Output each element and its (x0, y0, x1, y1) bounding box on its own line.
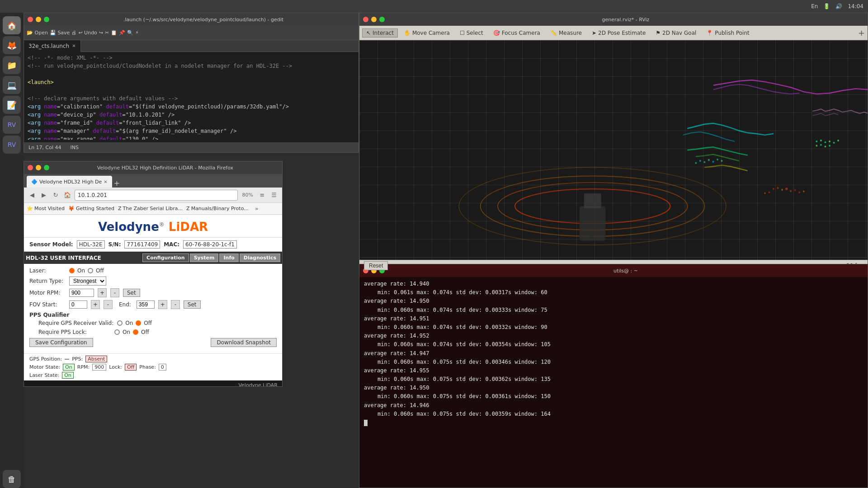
select-label: Select (467, 30, 483, 36)
browser-close-btn[interactable] (28, 165, 33, 170)
terminal-line: min: 0.060s max: 0.075s std dev: 0.00362… (364, 375, 863, 384)
hdl-tab-diagnostics[interactable]: Diagnostics (240, 253, 280, 262)
terminal-content[interactable]: average rate: 14.940min: 0.061s max: 0.0… (359, 277, 868, 488)
cut-btn[interactable]: ✂ (105, 30, 109, 36)
dock-rviz-2[interactable]: RV (3, 136, 21, 154)
rviz-tool-measure[interactable]: 📏 Measure (546, 28, 586, 38)
bookmark-manuals[interactable]: Z Manuals/Binary Proto... (186, 206, 249, 211)
dock: 🏠 🦊 📁 💻 📝 RV RV 🗑 (0, 13, 24, 488)
copy-btn[interactable]: 📋 (111, 30, 117, 36)
find-btn[interactable]: 🔍 (127, 30, 133, 36)
fov-end-input[interactable] (137, 300, 155, 309)
bookmark-zaber[interactable]: Z The Zaber Serial Libra... (118, 206, 183, 211)
browser-max-btn[interactable] (44, 165, 49, 170)
bookmarks-more[interactable]: » (252, 204, 261, 213)
editor-titlebar: .launch (~/.ws/src/velodyne/velodyne_poi… (24, 13, 359, 26)
lidar-text: LiDAR (169, 220, 208, 234)
new-tab-btn[interactable]: + (114, 179, 120, 188)
fov-start-plus[interactable]: + (91, 300, 100, 309)
rviz-max-btn[interactable] (379, 17, 385, 22)
tab-close-icon[interactable]: ✕ (72, 43, 75, 48)
phase-badge: 0 (159, 364, 166, 371)
editor-code-area[interactable]: <!-- -*- mode: XML -*- --><!-- run velod… (24, 52, 359, 140)
rpm-label-status: RPM: (77, 364, 90, 370)
dock-icon-gedit[interactable]: 📝 (3, 96, 21, 114)
action-btns-row: Save Configuration Download Snapshot (29, 338, 277, 347)
editor-min-btn[interactable] (36, 17, 41, 22)
require-pps-on-radio[interactable] (114, 329, 120, 335)
motor-rpm-plus[interactable]: + (98, 288, 107, 297)
laser-on-radio[interactable] (69, 268, 75, 273)
download-snapshot-btn[interactable]: Download Snapshot (211, 338, 277, 347)
motor-rpm-minus[interactable]: - (110, 288, 119, 297)
return-type-select[interactable]: Strongest Last Dual (69, 277, 106, 286)
rviz-tool-2d-pose[interactable]: ➤ 2D Pose Estimate (588, 28, 650, 38)
require-pps-off-radio[interactable] (133, 329, 138, 335)
editor-tab-active[interactable]: 32e_cts.launch ✕ (24, 40, 81, 52)
zoom-level: 80% (241, 192, 255, 198)
open-btn[interactable]: 📂 Open (27, 30, 48, 36)
pps-title: PPS Qualifier (29, 312, 277, 318)
dock-icon-home[interactable]: 🏠 (3, 16, 21, 34)
editor-title: .launch (~/.ws/src/velodyne/velodyne_poi… (52, 17, 355, 23)
rviz-tool-2d-nav[interactable]: ⚑ 2D Nav Goal (651, 28, 700, 38)
dock-icon-files[interactable]: 📁 (3, 56, 21, 74)
bookmarks-toggle[interactable]: ☰ (269, 191, 278, 200)
forward-btn[interactable]: ▶ (39, 191, 48, 200)
save-btn[interactable]: 💾 Save (50, 30, 70, 36)
save-config-btn[interactable]: Save Configuration (29, 338, 93, 347)
url-bar[interactable]: 10.1.0.201 (75, 190, 238, 201)
laser-off-radio[interactable] (88, 268, 93, 273)
require-gps-label: Require GPS Receiver Valid: (38, 320, 113, 326)
hdl-tab-info[interactable]: Info (219, 253, 238, 262)
rviz-tool-select[interactable]: ☐ Select (456, 28, 487, 38)
require-gps-off-radio[interactable] (136, 320, 141, 326)
hdl-tabs: Configuration System Info Diagnostics (142, 253, 280, 262)
browser-min-btn[interactable] (36, 165, 41, 170)
hdl-tab-config[interactable]: Configuration (142, 253, 189, 262)
measure-label: Measure (559, 30, 582, 36)
undo-btn[interactable]: ↩ Undo (78, 30, 97, 36)
more-btn[interactable]: ≡ (258, 191, 267, 200)
motor-rpm-input[interactable]: 900 (69, 289, 94, 297)
rviz-add-btn[interactable]: + (858, 28, 865, 38)
editor-max-btn[interactable] (44, 17, 49, 22)
dock-rviz-1[interactable]: RV (3, 116, 21, 134)
reload-btn[interactable]: ↻ (51, 191, 60, 200)
dock-icon-trash[interactable]: 🗑 (3, 470, 21, 488)
rviz-viewport[interactable] (359, 40, 868, 260)
fov-start-input[interactable] (69, 300, 87, 309)
fov-end-plus[interactable]: + (158, 300, 167, 309)
hdl-tab-system[interactable]: System (190, 253, 219, 262)
browser-tab-active[interactable]: 🔷 Velodyne HDL32 High De ✕ (27, 176, 112, 188)
rviz-tool-focus-camera[interactable]: 🎯 Focus Camera (489, 28, 544, 38)
editor-tabs: 32e_cts.launch ✕ (24, 40, 359, 52)
svg-point-29 (816, 145, 818, 147)
rviz-reset-btn[interactable]: Reset (364, 261, 388, 270)
bookmark-most-visited[interactable]: ⭐ Most Visited (27, 206, 65, 211)
replace-btn[interactable]: ⚡ (135, 30, 139, 36)
back-btn[interactable]: ◀ (28, 191, 37, 200)
rviz-close-btn[interactable] (363, 17, 368, 22)
home-btn[interactable]: 🏠 (63, 191, 72, 200)
rviz-titlebar: general.rviz* - RViz (359, 13, 868, 26)
rviz-tool-move-camera[interactable]: ✋ Move Camera (400, 28, 454, 38)
terminal-line: average rate: 14.946 (364, 401, 863, 410)
rviz-tool-publish-point[interactable]: 📍 Publish Point (702, 28, 753, 38)
require-gps-on-radio[interactable] (117, 320, 123, 326)
motor-rpm-set-btn[interactable]: Set (123, 289, 140, 297)
dock-icon-firefox[interactable]: 🦊 (3, 36, 21, 54)
browser-tab-close[interactable]: ✕ (104, 179, 107, 184)
editor-close-btn[interactable] (28, 17, 33, 22)
rviz-tool-interact[interactable]: ↖ Interact (362, 28, 398, 38)
paste-btn[interactable]: 📌 (119, 30, 125, 36)
fov-end-minus[interactable]: - (171, 300, 180, 309)
publish-label: Publish Point (715, 30, 749, 36)
rviz-min-btn[interactable] (371, 17, 377, 22)
dock-icon-terminal[interactable]: 💻 (3, 76, 21, 94)
redo-btn[interactable]: ↪ (99, 30, 103, 36)
fov-start-minus[interactable]: - (104, 300, 113, 309)
print-btn[interactable]: 🖨 (71, 30, 76, 36)
fov-set-btn[interactable]: Set (184, 300, 201, 309)
bookmark-getting-started[interactable]: 🦊 Getting Started (68, 206, 114, 211)
